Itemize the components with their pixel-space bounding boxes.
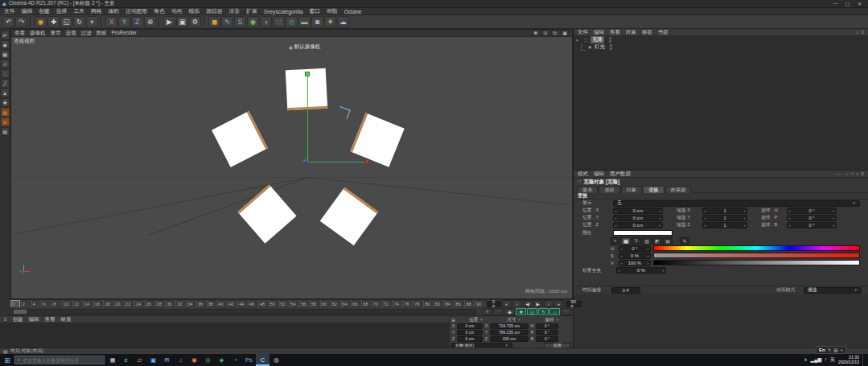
scale-field[interactable]: ◂1▸ [702,222,747,228]
record-parameter-icon[interactable]: ◇ [549,308,560,315]
ime-keyboard-icon[interactable]: ▤ [833,347,837,352]
display-dropdown[interactable]: 无▼ [613,200,860,207]
object-row-light[interactable]: ☀ 灯光 [574,43,868,51]
color-swatch[interactable] [613,230,673,236]
record-objects-icon[interactable]: ● [482,308,492,315]
object-manager-menu-item[interactable]: 编辑 [594,29,604,36]
viewport-menu-item[interactable]: 选项 [66,30,76,37]
coordinate-column-dropdown[interactable]: 旋转▼ [533,317,571,323]
menubar-item[interactable]: 模拟 [189,7,200,15]
ime-logo-icon[interactable]: ● [840,347,842,352]
app-store-icon[interactable]: ▣ [146,354,160,366]
light-icon[interactable]: ☀ [324,16,336,27]
menubar-item[interactable]: 运动图形 [125,7,147,15]
record-rotation-icon[interactable]: ↻ [538,308,549,315]
primitive-cube-icon[interactable]: ◼ [208,16,220,27]
viewport-menu-item[interactable]: 过滤 [81,30,92,37]
position-field[interactable]: ◂0 cm▸ [613,222,663,228]
object-manager-menu-item[interactable]: 文件 [578,29,588,36]
app-firefox-icon[interactable]: ◉ [187,354,201,366]
area-light-plane[interactable] [237,184,296,243]
end-frame-field[interactable]: 90 F [566,301,582,307]
color-presets-icon[interactable]: ▤ [663,237,673,245]
attribute-tab[interactable]: 对象 [621,186,642,193]
menubar-item[interactable]: 网格 [91,7,102,15]
move-tool-icon[interactable]: ✚ [47,16,60,27]
app-music-icon[interactable]: ♫ [174,354,187,366]
size-field[interactable]: 724.705 cm [490,323,529,329]
pan-view-icon[interactable]: ✚ [532,30,540,36]
app-mail-icon[interactable]: ✉ [160,354,174,366]
close-button[interactable]: ✕ [854,1,866,6]
position-field[interactable]: ◂0 cm▸ [613,215,663,221]
attribute-menu-item[interactable]: 编辑 [594,171,604,178]
taskbar-search[interactable]: ⌕ [14,356,105,364]
forward-icon[interactable]: → [844,171,849,177]
search-icon[interactable]: ⌕ [856,30,858,35]
live-selection-icon[interactable]: ◉ [35,16,47,27]
hue-gradient-bar[interactable] [653,245,860,251]
prev-key-icon[interactable]: ‹ [512,300,522,307]
taskbar-clock[interactable]: 21:33 2020/12/13 [838,356,859,365]
rotation-field[interactable]: ◂0 °▸ [787,222,837,228]
menubar-item[interactable]: 选择 [56,7,68,15]
material-menu-item[interactable]: 创建 [13,316,23,323]
view-label[interactable]: 透视视图 [14,38,35,45]
volume-icon[interactable]: ♪ [825,356,827,364]
current-frame-field[interactable]: 0 F [487,301,501,307]
light-falloff-handle[interactable] [336,106,350,119]
app-c4d-icon[interactable]: C [256,354,269,366]
time-offset-field[interactable]: 0 F [611,287,640,294]
axis-z-lock-icon[interactable]: Z [131,16,143,27]
visibility-dots[interactable] [610,44,612,50]
notification-area[interactable] [862,354,866,366]
object-manager-menu-item[interactable]: 书签 [658,29,668,36]
hue-field[interactable]: ◂0 °▸ [619,245,651,252]
viewport-menu-item[interactable]: 面板 [97,30,107,37]
viewport-menu-item[interactable]: 摄像机 [30,30,46,37]
last-tool-icon[interactable]: ▾ [86,16,98,27]
goto-end-icon[interactable]: » [554,300,564,307]
record-scale-icon[interactable]: ◱ [527,308,537,315]
viewport-menu-item[interactable]: 查看 [14,30,25,37]
panel-menu-icon[interactable]: ≡ [4,317,7,322]
render-settings-icon[interactable]: ⚙ [189,16,201,27]
eyedropper-icon[interactable]: ✎ [680,237,689,245]
edges-mode-icon[interactable]: ╱ [1,79,10,88]
area-light-plane[interactable] [350,113,405,167]
up-icon[interactable]: ↑ [851,171,854,177]
pen-tool-icon[interactable]: ✎ [221,16,233,27]
attribute-tab[interactable]: 效果器 [665,186,692,193]
bend-deformer-icon[interactable]: ◖ [260,16,272,27]
menubar-item[interactable]: 渲染 [229,7,241,15]
saturation-gradient-bar[interactable] [653,253,860,258]
floor-icon[interactable]: ▬ [298,16,311,27]
material-menu-item[interactable]: 编辑 [29,316,39,323]
texture-mode-icon[interactable]: ▦ [1,50,10,59]
menubar-item[interactable]: 工具 [73,7,84,15]
mograph-cloner-icon[interactable]: ∷ [273,16,285,27]
object-manager-menu-item[interactable]: 查看 [610,29,620,36]
record-pla-icon[interactable]: ∙ [561,308,571,315]
group-header[interactable]: 变换 [574,193,868,199]
make-editable-icon[interactable]: ⇄ [1,31,10,39]
axis-x-lock-icon[interactable]: X [105,16,117,27]
attribute-tab[interactable]: 变换 [643,186,664,193]
separator[interactable] [158,16,161,27]
coordinate-column-dropdown[interactable]: 尺寸▼ [495,317,533,323]
position-field[interactable]: 0 cm [457,323,483,329]
viewport-menu-item[interactable]: 显示 [51,30,61,37]
render-picture-viewer-icon[interactable]: ▣ [176,16,188,27]
minimize-button[interactable]: — [829,1,841,6]
saturation-field[interactable]: ◂0 %▸ [619,253,651,259]
object-name[interactable]: 灯光 [594,43,605,51]
axis-mode-icon[interactable]: ✚ [1,98,10,107]
app-chat-icon[interactable]: ◈ [215,354,228,366]
size-field[interactable]: 789.235 cm [490,330,529,335]
attribute-menu-item[interactable]: 用户数据 [610,171,631,178]
menubar-item[interactable]: 角色 [154,7,165,15]
menubar-item[interactable]: 编辑 [22,7,33,15]
simulation-icon[interactable]: ◇ [286,16,298,27]
snap-icon[interactable]: ∪ [1,117,10,126]
app-photoshop-icon[interactable]: Ps [242,354,256,366]
